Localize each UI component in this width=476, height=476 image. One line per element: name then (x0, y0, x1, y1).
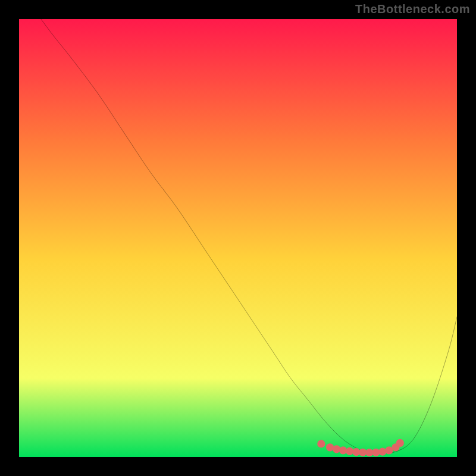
chart-stage: TheBottleneck.com (0, 0, 476, 476)
accent-dot (333, 445, 340, 453)
bottleneck-chart (19, 19, 457, 457)
accent-dot (317, 440, 325, 447)
watermark-text: TheBottleneck.com (355, 2, 470, 16)
accent-dot (378, 448, 386, 456)
accent-dot (396, 439, 404, 447)
gradient-background (19, 19, 457, 457)
